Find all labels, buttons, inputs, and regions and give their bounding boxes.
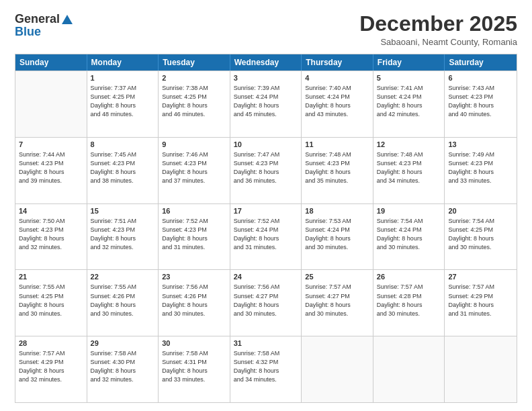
day-number: 13	[448, 140, 513, 148]
cell-info: Sunrise: 7:54 AM Sunset: 4:24 PM Dayligh…	[377, 217, 441, 252]
day-number: 2	[162, 74, 226, 82]
logo-general: General	[15, 12, 60, 26]
cell-info: Sunrise: 7:47 AM Sunset: 4:23 PM Dayligh…	[234, 150, 298, 185]
cell-info: Sunrise: 7:52 AM Sunset: 4:23 PM Dayligh…	[162, 217, 226, 252]
calendar-cell: 7Sunrise: 7:44 AM Sunset: 4:23 PM Daylig…	[15, 138, 87, 203]
title-section: December 2025 Sabaoani, Neamt County, Ro…	[359, 12, 517, 47]
calendar-cell	[302, 336, 373, 402]
cell-info: Sunrise: 7:37 AM Sunset: 4:25 PM Dayligh…	[91, 84, 155, 119]
cell-info: Sunrise: 7:52 AM Sunset: 4:24 PM Dayligh…	[234, 217, 298, 252]
day-number: 9	[162, 140, 226, 148]
month-title: December 2025	[359, 12, 517, 36]
day-number: 3	[234, 74, 298, 82]
calendar-cell: 15Sunrise: 7:51 AM Sunset: 4:23 PM Dayli…	[87, 204, 159, 270]
logo-triangle-icon	[61, 13, 73, 26]
header-friday: Friday	[373, 54, 445, 71]
cell-info: Sunrise: 7:57 AM Sunset: 4:28 PM Dayligh…	[377, 283, 441, 318]
calendar-cell: 14Sunrise: 7:50 AM Sunset: 4:23 PM Dayli…	[15, 204, 87, 270]
logo-blue: Blue	[15, 25, 41, 39]
calendar-cell: 11Sunrise: 7:48 AM Sunset: 4:23 PM Dayli…	[302, 138, 373, 203]
logo: General Blue	[15, 12, 73, 39]
cell-info: Sunrise: 7:53 AM Sunset: 4:24 PM Dayligh…	[305, 217, 369, 252]
cell-info: Sunrise: 7:40 AM Sunset: 4:24 PM Dayligh…	[305, 84, 369, 119]
svg-marker-0	[62, 15, 73, 24]
day-number: 21	[19, 273, 83, 281]
day-number: 6	[448, 74, 513, 82]
cell-info: Sunrise: 7:56 AM Sunset: 4:26 PM Dayligh…	[162, 283, 226, 318]
calendar-cell: 24Sunrise: 7:56 AM Sunset: 4:27 PM Dayli…	[230, 270, 302, 336]
day-number: 26	[377, 273, 441, 281]
cell-info: Sunrise: 7:48 AM Sunset: 4:23 PM Dayligh…	[377, 150, 441, 185]
calendar-cell: 4Sunrise: 7:40 AM Sunset: 4:24 PM Daylig…	[302, 71, 373, 137]
day-number: 5	[377, 74, 441, 82]
day-number: 17	[234, 207, 298, 215]
header-thursday: Thursday	[302, 54, 373, 71]
day-number: 27	[448, 273, 513, 281]
calendar-cell	[373, 336, 445, 402]
cell-info: Sunrise: 7:44 AM Sunset: 4:23 PM Dayligh…	[19, 150, 83, 185]
calendar-cell: 10Sunrise: 7:47 AM Sunset: 4:23 PM Dayli…	[230, 138, 302, 203]
calendar-cell: 16Sunrise: 7:52 AM Sunset: 4:23 PM Dayli…	[159, 204, 230, 270]
cell-info: Sunrise: 7:45 AM Sunset: 4:23 PM Dayligh…	[91, 150, 155, 185]
day-number: 8	[91, 140, 155, 148]
cell-info: Sunrise: 7:56 AM Sunset: 4:27 PM Dayligh…	[234, 283, 298, 318]
cell-info: Sunrise: 7:58 AM Sunset: 4:32 PM Dayligh…	[234, 349, 298, 384]
day-number: 25	[305, 273, 369, 281]
header-sunday: Sunday	[15, 54, 87, 71]
day-number: 22	[91, 273, 155, 281]
day-number: 29	[91, 339, 155, 347]
day-number: 19	[377, 207, 441, 215]
calendar-body: 1Sunrise: 7:37 AM Sunset: 4:25 PM Daylig…	[15, 71, 517, 402]
cell-info: Sunrise: 7:57 AM Sunset: 4:27 PM Dayligh…	[305, 283, 369, 318]
day-number: 24	[234, 273, 298, 281]
calendar-cell: 1Sunrise: 7:37 AM Sunset: 4:25 PM Daylig…	[87, 71, 159, 137]
week-1: 1Sunrise: 7:37 AM Sunset: 4:25 PM Daylig…	[15, 71, 517, 137]
cell-info: Sunrise: 7:38 AM Sunset: 4:25 PM Dayligh…	[162, 84, 226, 119]
calendar-cell: 12Sunrise: 7:48 AM Sunset: 4:23 PM Dayli…	[373, 138, 445, 203]
header-tuesday: Tuesday	[159, 54, 230, 71]
cell-info: Sunrise: 7:54 AM Sunset: 4:25 PM Dayligh…	[448, 217, 513, 252]
cell-info: Sunrise: 7:41 AM Sunset: 4:24 PM Dayligh…	[377, 84, 441, 119]
calendar-cell: 13Sunrise: 7:49 AM Sunset: 4:23 PM Dayli…	[445, 138, 517, 203]
cell-info: Sunrise: 7:48 AM Sunset: 4:23 PM Dayligh…	[305, 150, 369, 185]
day-number: 7	[19, 140, 83, 148]
cell-info: Sunrise: 7:57 AM Sunset: 4:29 PM Dayligh…	[19, 349, 83, 384]
calendar-cell: 23Sunrise: 7:56 AM Sunset: 4:26 PM Dayli…	[159, 270, 230, 336]
day-number: 31	[234, 339, 298, 347]
calendar-cell: 25Sunrise: 7:57 AM Sunset: 4:27 PM Dayli…	[302, 270, 373, 336]
calendar-header: Sunday Monday Tuesday Wednesday Thursday…	[15, 54, 517, 71]
calendar-cell: 27Sunrise: 7:57 AM Sunset: 4:29 PM Dayli…	[445, 270, 517, 336]
cell-info: Sunrise: 7:43 AM Sunset: 4:23 PM Dayligh…	[448, 84, 513, 119]
week-5: 28Sunrise: 7:57 AM Sunset: 4:29 PM Dayli…	[15, 336, 517, 402]
calendar-cell: 9Sunrise: 7:46 AM Sunset: 4:23 PM Daylig…	[159, 138, 230, 203]
day-number: 12	[377, 140, 441, 148]
header-monday: Monday	[87, 54, 159, 71]
day-number: 30	[162, 339, 226, 347]
calendar-cell: 2Sunrise: 7:38 AM Sunset: 4:25 PM Daylig…	[159, 71, 230, 137]
cell-info: Sunrise: 7:57 AM Sunset: 4:29 PM Dayligh…	[448, 283, 513, 318]
calendar-cell: 28Sunrise: 7:57 AM Sunset: 4:29 PM Dayli…	[15, 336, 87, 402]
cell-info: Sunrise: 7:49 AM Sunset: 4:23 PM Dayligh…	[448, 150, 513, 185]
cell-info: Sunrise: 7:58 AM Sunset: 4:31 PM Dayligh…	[162, 349, 226, 384]
day-number: 18	[305, 207, 369, 215]
cell-info: Sunrise: 7:46 AM Sunset: 4:23 PM Dayligh…	[162, 150, 226, 185]
calendar-cell: 31Sunrise: 7:58 AM Sunset: 4:32 PM Dayli…	[230, 336, 302, 402]
day-number: 28	[19, 339, 83, 347]
calendar: Sunday Monday Tuesday Wednesday Thursday…	[15, 54, 517, 403]
subtitle: Sabaoani, Neamt County, Romania	[359, 37, 517, 47]
calendar-cell: 6Sunrise: 7:43 AM Sunset: 4:23 PM Daylig…	[445, 71, 517, 137]
cell-info: Sunrise: 7:50 AM Sunset: 4:23 PM Dayligh…	[19, 217, 83, 252]
calendar-cell: 5Sunrise: 7:41 AM Sunset: 4:24 PM Daylig…	[373, 71, 445, 137]
calendar-cell: 22Sunrise: 7:55 AM Sunset: 4:26 PM Dayli…	[87, 270, 159, 336]
calendar-cell: 26Sunrise: 7:57 AM Sunset: 4:28 PM Dayli…	[373, 270, 445, 336]
day-number: 11	[305, 140, 369, 148]
calendar-cell	[15, 71, 87, 137]
page: General Blue December 2025 Sabaoani, Nea…	[0, 0, 532, 411]
day-number: 16	[162, 207, 226, 215]
calendar-cell: 8Sunrise: 7:45 AM Sunset: 4:23 PM Daylig…	[87, 138, 159, 203]
week-3: 14Sunrise: 7:50 AM Sunset: 4:23 PM Dayli…	[15, 203, 517, 270]
cell-info: Sunrise: 7:58 AM Sunset: 4:30 PM Dayligh…	[91, 349, 155, 384]
header-wednesday: Wednesday	[230, 54, 302, 71]
week-4: 21Sunrise: 7:55 AM Sunset: 4:25 PM Dayli…	[15, 269, 517, 336]
day-number: 10	[234, 140, 298, 148]
